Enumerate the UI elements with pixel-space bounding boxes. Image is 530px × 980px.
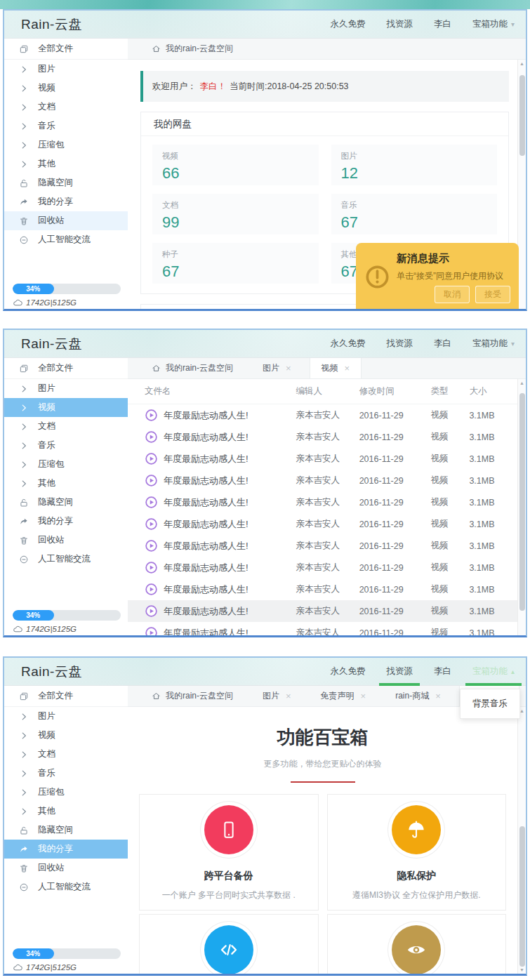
nav-free-forever[interactable]: 永久免费: [330, 11, 365, 38]
tab-videos[interactable]: 视频: [310, 358, 362, 378]
sidebar-item-all-files[interactable]: 全部文件: [4, 39, 128, 60]
sidebar-item-videos[interactable]: 视频: [4, 726, 128, 745]
cancel-button[interactable]: 取消: [435, 286, 470, 303]
tab-disclaimer[interactable]: 免责声明: [310, 686, 378, 706]
close-icon[interactable]: [361, 691, 366, 701]
play-icon[interactable]: [145, 474, 158, 487]
feature-cross-platform-backup[interactable]: 跨平台备份 一个账户 多平台同时实式共享数据 .: [139, 794, 319, 911]
sidebar-item-images[interactable]: 图片: [4, 707, 128, 726]
play-icon[interactable]: [145, 409, 158, 422]
table-row[interactable]: 年度最励志动感人生! 亲本吉安人 2016-11-29 视频 3.1MB: [128, 600, 517, 622]
table-row[interactable]: 年度最励志动感人生! 亲本吉安人 2016-11-29 视频 3.1MB: [128, 448, 517, 470]
play-icon[interactable]: [145, 452, 158, 465]
close-icon[interactable]: [286, 364, 291, 373]
sidebar-item-ai-chat[interactable]: 人工智能交流: [4, 230, 128, 249]
table-row[interactable]: 年度最励志动感人生! 亲本吉安人 2016-11-29 视频 3.1MB: [128, 557, 517, 578]
sidebar-item-label: 压缩包: [38, 458, 65, 470]
play-icon[interactable]: [145, 604, 158, 618]
close-icon[interactable]: [435, 691, 441, 701]
play-icon[interactable]: [145, 539, 158, 552]
nav-user[interactable]: 李白: [434, 11, 451, 38]
scrollbar-thumb[interactable]: [519, 826, 525, 967]
play-icon[interactable]: [145, 517, 158, 531]
nav-user[interactable]: 李白: [434, 330, 451, 357]
nav-treasure-features[interactable]: 宝箱功能 ▾: [472, 330, 515, 357]
sidebar-item-music[interactable]: 音乐: [4, 764, 128, 783]
sidebar-item-archives[interactable]: 压缩包: [4, 455, 128, 474]
play-icon[interactable]: [145, 430, 158, 444]
sidebar-item-all-files[interactable]: 全部文件: [4, 358, 128, 379]
table-row[interactable]: 年度最励志动感人生! 亲本吉安人 2016-11-29 视频 3.1MB: [128, 513, 517, 535]
nav-treasure-features[interactable]: 宝箱功能 ▾: [472, 11, 515, 38]
sidebar-item-music[interactable]: 音乐: [4, 117, 128, 135]
chevron-right-icon: [19, 731, 29, 741]
sidebar-item-music[interactable]: 音乐: [4, 436, 128, 455]
play-icon[interactable]: [145, 561, 158, 574]
table-row[interactable]: 年度最励志动感人生! 亲本吉安人 2016-11-29 视频 3.1MB: [128, 426, 517, 448]
sidebar-item-my-shares[interactable]: 我的分享: [4, 512, 128, 531]
sidebar-item-documents[interactable]: 文档: [4, 417, 128, 436]
tab-images[interactable]: 图片: [251, 358, 303, 378]
tab-rain-mall[interactable]: rain-商城: [384, 686, 452, 706]
tab-images[interactable]: 图片: [251, 686, 303, 706]
scroll-up-icon[interactable]: [518, 61, 526, 66]
sidebar-item-recycle-bin[interactable]: 回收站: [4, 211, 128, 230]
sidebar-item-recycle-bin[interactable]: 回收站: [4, 531, 128, 550]
close-icon[interactable]: [286, 691, 291, 701]
sidebar-item-images[interactable]: 图片: [4, 60, 128, 79]
sidebar-item-images[interactable]: 图片: [4, 379, 128, 398]
sidebar-item-all-files[interactable]: 全部文件: [4, 686, 128, 707]
tab-home[interactable]: 我的rain-云盘空间: [140, 358, 244, 378]
accept-button[interactable]: 接受: [475, 286, 510, 303]
table-row[interactable]: 年度最励志动感人生! 亲本吉安人 2016-11-29 视频 3.1MB: [128, 622, 517, 635]
sidebar-item-hidden-space[interactable]: 隐藏空间: [4, 821, 128, 840]
table-row[interactable]: 年度最励志动感人生! 亲本吉安人 2016-11-29 视频 3.1MB: [128, 404, 517, 426]
nav-user[interactable]: 李白: [434, 658, 451, 685]
scrollbar-thumb[interactable]: [519, 393, 525, 611]
feature-privacy-protection[interactable]: 隐私保护 遵循MI3协议 全方位保护用户数据.: [327, 794, 507, 911]
sidebar-item-my-shares[interactable]: 我的分享: [4, 840, 128, 859]
tab-home[interactable]: 我的rain-云盘空间: [140, 39, 244, 59]
scroll-down-icon[interactable]: [518, 967, 526, 972]
nav-find-resources[interactable]: 找资源: [386, 658, 413, 685]
table-row[interactable]: 年度最励志动感人生! 亲本吉安人 2016-11-29 视频 3.1MB: [128, 470, 517, 491]
nav-find-resources[interactable]: 找资源: [386, 11, 413, 38]
file-modified: 2016-11-29: [359, 541, 431, 551]
play-icon[interactable]: [145, 626, 158, 635]
sidebar-item-ai-chat[interactable]: 人工智能交流: [4, 550, 128, 569]
dropdown-background-music[interactable]: 背景音乐: [460, 689, 520, 719]
nav-free-forever[interactable]: 永久免费: [330, 330, 365, 357]
sidebar-item-archives[interactable]: 压缩包: [4, 135, 128, 154]
sidebar-item-others[interactable]: 其他: [4, 154, 128, 173]
close-icon[interactable]: [345, 364, 350, 373]
nav-treasure-features[interactable]: 宝箱功能 ▴: [472, 658, 515, 685]
nav-find-resources[interactable]: 找资源: [386, 330, 413, 357]
sidebar-item-hidden-space[interactable]: 隐藏空间: [4, 493, 128, 512]
sidebar-item-others[interactable]: 其他: [4, 802, 128, 821]
scroll-up-icon[interactable]: [518, 380, 526, 385]
sidebar-item-others[interactable]: 其他: [4, 474, 128, 493]
files-icon: [19, 44, 29, 54]
table-row[interactable]: 年度最励志动感人生! 亲本吉安人 2016-11-29 视频 3.1MB: [128, 535, 517, 557]
sidebar-item-recycle-bin[interactable]: 回收站: [4, 859, 128, 878]
feature-visit-trace-view[interactable]: 访问痕迹查看: [327, 914, 507, 974]
table-row[interactable]: 年度最励志动感人生! 亲本吉安人 2016-11-29 视频 3.1MB: [128, 578, 517, 600]
sidebar-item-ai-chat[interactable]: 人工智能交流: [4, 878, 128, 896]
sidebar-item-documents[interactable]: 文档: [4, 98, 128, 117]
stat-value: 66: [162, 164, 309, 183]
scrollbar-thumb[interactable]: [519, 75, 525, 156]
sidebar-item-hidden-space[interactable]: 隐藏空间: [4, 173, 128, 192]
sidebar-item-documents[interactable]: 文档: [4, 745, 128, 764]
tab-home[interactable]: 我的rain-云盘空间: [140, 686, 244, 706]
scrollbar[interactable]: [517, 379, 526, 635]
feature-plugin-support[interactable]: 支持插件: [139, 914, 319, 974]
sidebar-item-videos[interactable]: 视频: [4, 79, 128, 98]
sidebar-item-videos[interactable]: 视频: [4, 398, 128, 417]
nav-free-forever[interactable]: 永久免费: [330, 658, 365, 685]
sidebar-item-my-shares[interactable]: 我的分享: [4, 192, 128, 211]
play-icon[interactable]: [145, 496, 158, 509]
table-row[interactable]: 年度最励志动感人生! 亲本吉安人 2016-11-29 视频 3.1MB: [128, 491, 517, 513]
sidebar-item-archives[interactable]: 压缩包: [4, 783, 128, 802]
play-icon[interactable]: [145, 583, 158, 596]
scrollbar[interactable]: [517, 707, 526, 974]
